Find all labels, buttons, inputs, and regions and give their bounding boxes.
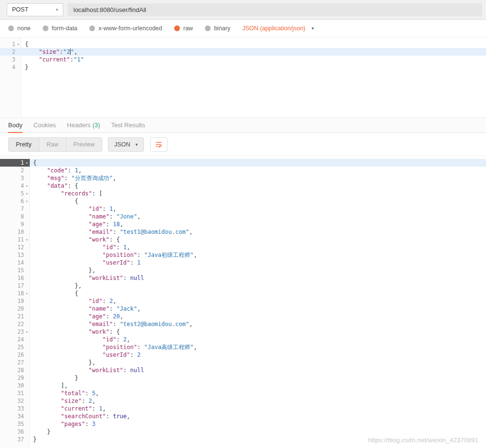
token-plain: , (189, 321, 192, 327)
request-body-editor[interactable]: 1▾{2 "size":"2",3 "current":"1"4} (0, 37, 486, 117)
token-key: "code" (47, 167, 68, 174)
token-plain: : (123, 275, 130, 281)
radio-icon (205, 25, 211, 31)
code-line-16: 16 "workList": null (0, 274, 486, 282)
token-plain: ], (33, 382, 68, 389)
code-line-7: 7 "id": 1, (0, 205, 486, 213)
line-number-text: 28 (17, 366, 24, 374)
token-key: "workList" (89, 275, 123, 281)
token-num: 2 (137, 351, 141, 358)
code-line-30: 30 ], (0, 382, 486, 389)
fold-toggle-icon[interactable]: ▾ (24, 290, 30, 297)
token-plain: : (85, 421, 92, 427)
token-plain: , (120, 221, 123, 228)
line-number: 8 (0, 213, 30, 220)
line-number: 7 (0, 205, 30, 213)
line-number: 31 (0, 389, 30, 397)
format-select[interactable]: JSON ▾ (108, 137, 144, 152)
code-line-4[interactable]: 4} (0, 63, 486, 71)
token-plain: , (137, 305, 141, 312)
code-text: "total": 5, (30, 389, 99, 397)
code-text: "userId": 2 (30, 351, 141, 359)
token-num: 3 (92, 421, 95, 427)
tab-cookies[interactable]: Cookies (34, 118, 56, 133)
body-type-none[interactable]: none (8, 25, 31, 32)
code-text: "position": "Java高级工程师", (30, 343, 197, 351)
token-key: "id" (103, 244, 117, 251)
response-body-editor[interactable]: 1▾{2 "code": 1,3 "msg": "分页查询成功",4▾ "dat… (0, 156, 486, 448)
view-preview-button[interactable]: Preview (66, 138, 102, 151)
view-pretty-button[interactable]: Pretty (9, 138, 39, 151)
token-plain (33, 344, 103, 351)
code-line-31: 31 "total": 5, (0, 389, 486, 397)
body-type-x-www-form-urlencoded[interactable]: x-www-form-urlencoded (89, 25, 162, 32)
line-number: 20 (0, 305, 30, 313)
token-key: "id" (103, 336, 117, 343)
fold-toggle-icon[interactable]: ▾ (24, 190, 30, 197)
line-number: 17 (0, 282, 30, 290)
line-number-text: 4 (12, 63, 15, 71)
code-text: "work": { (30, 328, 120, 336)
token-key: "data" (47, 182, 68, 189)
body-type-label: binary (214, 25, 230, 32)
fold-toggle-icon[interactable]: ▾ (24, 197, 30, 205)
line-number: 28 (0, 366, 30, 374)
code-text: }, (30, 282, 82, 290)
line-number-text: 15 (17, 266, 24, 274)
token-plain (33, 351, 103, 358)
line-number: 19 (0, 297, 30, 305)
content-type-select[interactable]: JSON (application/json) ▾ (242, 25, 314, 32)
token-num: 2 (123, 336, 127, 343)
fold-toggle-icon[interactable]: ▾ (24, 159, 30, 167)
code-line-3[interactable]: 3 "current":"1" (0, 56, 486, 63)
tab-headers[interactable]: Headers(3) (67, 118, 100, 133)
token-plain: , (194, 252, 197, 258)
token-key: "email" (89, 321, 113, 327)
code-line-14: 14 "userId": 1 (0, 259, 486, 266)
fold-toggle-icon[interactable]: ▾ (24, 328, 30, 336)
token-plain: }, (33, 267, 95, 274)
line-number-text: 37 (17, 436, 24, 443)
token-plain: , (120, 313, 123, 320)
fold-toggle-icon[interactable]: ▾ (24, 182, 30, 190)
fold-toggle-icon[interactable]: ▾ (24, 236, 30, 243)
fold-toggle-icon[interactable]: ▾ (15, 40, 21, 48)
line-number: 10 (0, 228, 30, 236)
token-plain (33, 405, 61, 412)
line-number: 11▾ (0, 236, 30, 243)
wrap-text-button[interactable] (150, 137, 167, 152)
radio-icon (174, 25, 180, 31)
token-num: 1 (75, 167, 78, 174)
line-number-text: 16 (17, 274, 24, 282)
token-plain: } (33, 428, 50, 435)
url-input[interactable]: localhost:8080/user/findAll (68, 3, 482, 16)
code-line-1[interactable]: 1▾{ (0, 40, 486, 48)
line-number-text: 22 (17, 320, 24, 328)
line-number-text: 36 (17, 428, 24, 436)
chevron-down-icon: ▾ (135, 142, 138, 147)
code-text: "code": 1, (30, 167, 82, 174)
line-number-text: 1 (21, 159, 24, 167)
token-plain: : (68, 167, 74, 174)
body-type-raw[interactable]: raw (174, 25, 193, 32)
token-plain (33, 321, 89, 327)
code-line-2[interactable]: 2 "size":"2", (0, 48, 486, 56)
method-select[interactable]: POST ▾ (7, 3, 63, 16)
token-num: 1 (99, 405, 102, 412)
token-plain: : (106, 413, 113, 420)
line-number-text: 4 (21, 182, 24, 190)
code-line-21: 21 "age": 20, (0, 313, 486, 320)
tab-test-results[interactable]: Test Results (111, 118, 145, 133)
token-plain: : (113, 321, 119, 327)
body-type-row: noneform-datax-www-form-urlencodedrawbin… (0, 20, 486, 37)
token-plain: }, (33, 359, 95, 366)
view-raw-button[interactable]: Raw (39, 138, 66, 151)
line-number: 14 (0, 259, 30, 266)
body-type-label: x-www-form-urlencoded (98, 25, 162, 32)
line-number-text: 6 (21, 197, 24, 205)
tab-body[interactable]: Body (8, 118, 23, 133)
line-number-text: 17 (17, 282, 24, 290)
body-type-binary[interactable]: binary (205, 25, 230, 32)
body-type-form-data[interactable]: form-data (43, 25, 78, 32)
token-key: "current" (39, 56, 70, 63)
